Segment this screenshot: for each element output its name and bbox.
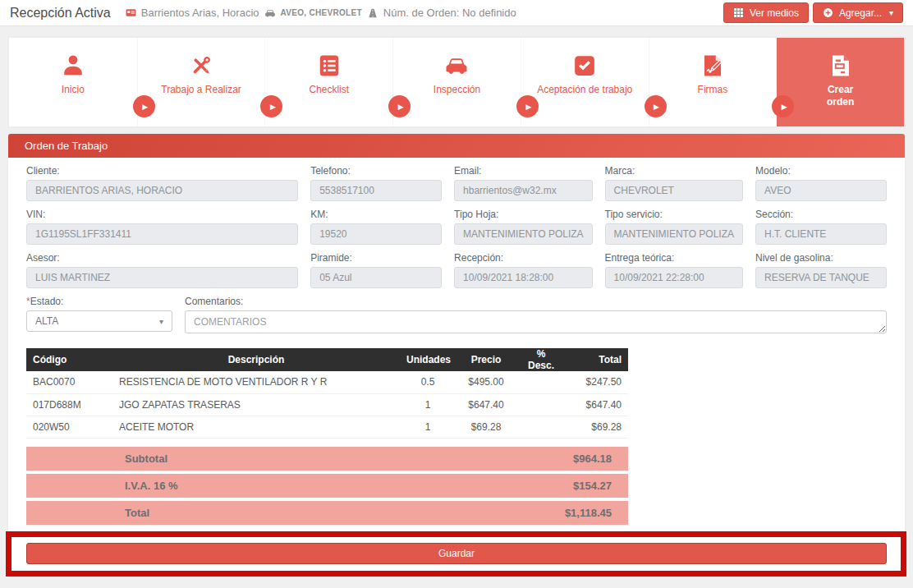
total-value: $1,118.45 [565, 507, 612, 519]
stepper-step-aceptacion-de-trabajo[interactable]: Aceptación de trabajo [521, 38, 649, 126]
tipo-hoja-input: MANTENIMIENTO POLIZA [454, 223, 592, 245]
car-icon [264, 7, 276, 19]
car-icon [444, 53, 469, 78]
cell-codigo: 017D688M [26, 393, 112, 416]
field-vin: VIN:1G1195SL1FF331411 [26, 209, 298, 245]
cell-unidades: 0.5 [400, 371, 456, 393]
work-order-body: Cliente:BARRIENTOS ARIAS, HORACIO Telefo… [8, 158, 905, 577]
tools-icon [189, 53, 213, 78]
customer-meta: Barrientos Arias, Horacio AVEO, CHEVROLE… [126, 7, 516, 19]
plus-circle-icon [823, 7, 833, 18]
stepper-step-inspeccion[interactable]: Inspección [392, 38, 521, 126]
work-order-header: Orden de Trabajo [8, 134, 905, 158]
id-card-icon [126, 7, 136, 18]
iva-label: I.V.A. 16 % [125, 480, 178, 492]
iva-value: $154.27 [573, 480, 612, 492]
field-tipo-hoja: Tipo Hoja:MANTENIMIENTO POLIZA [454, 209, 592, 245]
work-order-card: Orden de Trabajo Cliente:BARRIENTOS ARIA… [8, 134, 905, 577]
field-label: VIN: [26, 209, 298, 220]
user-icon [61, 53, 85, 78]
field-label: Cliente: [26, 165, 298, 177]
checklist-icon [317, 53, 342, 78]
totals-summary: Subtotal $964.18 I.V.A. 16 % $154.27 Tot… [26, 447, 628, 525]
total-row: Total $1,118.45 [26, 501, 628, 525]
play-icon: ▶ [270, 103, 276, 111]
field-label: Marca: [605, 165, 743, 177]
cell-pdesc [516, 371, 566, 393]
field-label: *Estado: [26, 296, 172, 307]
field-label: Entrega teórica: [605, 252, 743, 264]
cell-unidades: 1 [400, 416, 456, 438]
cell-descripcion: ACEITE MOTOR [112, 416, 400, 438]
agregar-button[interactable]: Agregar... ▾ [813, 2, 903, 23]
marca-input: CHEVROLET [605, 180, 743, 201]
cell-unidades: 1 [400, 393, 456, 416]
invoice-icon [828, 53, 853, 78]
ver-medios-button[interactable]: Ver medios [723, 2, 809, 23]
step-label: Inspección [434, 84, 480, 96]
field-entrega-teorica: Entrega teórica:10/09/2021 22:28:00 [605, 252, 743, 288]
field-label: Tipo servicio: [605, 209, 743, 220]
field-telefono: Telefono:5538517100 [310, 165, 442, 201]
next-step-arrow[interactable]: ▶ [645, 95, 667, 117]
column-header: Total [566, 348, 628, 371]
field-label: Telefono: [310, 165, 442, 177]
entrega-teorica-input: 10/09/2021 22:28:00 [605, 267, 743, 288]
cell-total: $647.40 [566, 393, 628, 416]
play-icon: ▶ [142, 103, 148, 111]
tipo-servicio-input: MANTENIMIENTO POLIZA [605, 223, 743, 245]
play-icon: ▶ [782, 103, 787, 111]
cell-descripcion: RESISTENCIA DE MOTO VENTILADOR R Y R [112, 371, 400, 393]
next-step-arrow[interactable]: ▶ [133, 95, 155, 117]
field-recepcion: Recepción:10/09/2021 18:28:00 [454, 252, 592, 288]
field-label: Tipo Hoja: [454, 209, 592, 220]
estado-selected-value: ALTA [35, 315, 58, 327]
cell-descripcion: JGO ZAPATAS TRASERAS [112, 393, 400, 416]
grid-icon [733, 7, 744, 18]
save-button[interactable]: Guardar [26, 543, 887, 564]
recepcion-input: 10/09/2021 18:28:00 [454, 267, 592, 288]
column-header: % Desc. [516, 348, 566, 371]
field-label: Modelo: [755, 165, 887, 177]
items-table-header: Código Descripción Unidades Precio % Des… [26, 348, 628, 371]
stepper-step-trabajo-a-realizar[interactable]: Trabajo a Realizar [137, 38, 265, 126]
km-input: 19520 [310, 223, 442, 245]
cliente-input: BARRIENTOS ARIAS, HORACIO [26, 180, 298, 201]
field-label: Email: [454, 165, 592, 177]
column-header: Unidades [400, 348, 456, 371]
comentarios-input[interactable] [185, 310, 887, 333]
field-cliente: Cliente:BARRIENTOS ARIAS, HORACIO [26, 165, 298, 201]
field-email: Email:hbarrientos@w32.mx [454, 165, 592, 201]
stepper-step-inicio[interactable]: Inicio [9, 38, 137, 126]
modelo-input: AVEO [755, 180, 887, 201]
stepper-step-firmas[interactable]: Firmas [649, 38, 777, 126]
field-km: KM:19520 [310, 209, 442, 245]
estado-comentarios-row: *Estado: ALTA ▾ Comentarios: [26, 296, 887, 337]
cell-codigo: BAC0070 [26, 371, 112, 393]
field-asesor: Asesor:LUIS MARTINEZ [26, 252, 298, 288]
field-label: Asesor: [26, 252, 298, 264]
stepper-step-crear-orden[interactable]: Crear orden [776, 38, 904, 126]
table-row: 017D688M JGO ZAPATAS TRASERAS 1 $647.40 … [26, 393, 628, 416]
subtotal-label: Subtotal [125, 452, 167, 465]
signature-icon [700, 53, 725, 78]
next-step-arrow[interactable]: ▶ [516, 95, 539, 117]
cell-codigo: 020W50 [26, 416, 112, 438]
cell-total: $247.50 [566, 371, 628, 393]
chevron-down-icon: ▾ [889, 8, 893, 17]
asesor-input: LUIS MARTINEZ [26, 267, 298, 288]
estado-select[interactable]: ALTA ▾ [26, 310, 172, 332]
column-header: Precio [456, 348, 516, 371]
field-label: KM: [310, 209, 442, 220]
play-icon: ▶ [654, 103, 659, 111]
step-label: Checklist [309, 84, 349, 96]
stepper-step-checklist[interactable]: Checklist [264, 38, 392, 126]
table-row: BAC0070 RESISTENCIA DE MOTO VENTILADOR R… [26, 371, 628, 393]
field-seccion: Sección:H.T. CLIENTE [755, 209, 887, 245]
play-icon: ▶ [525, 103, 531, 111]
workflow-stepper: Inicio Trabajo a Realizar Checklist Insp… [8, 37, 905, 127]
top-bar: Recepción Activa Barrientos Arias, Horac… [0, 0, 913, 26]
column-header: Descripción [112, 348, 400, 371]
step-label: Aceptación de trabajo [537, 84, 632, 96]
next-step-arrow[interactable]: ▶ [388, 95, 411, 117]
